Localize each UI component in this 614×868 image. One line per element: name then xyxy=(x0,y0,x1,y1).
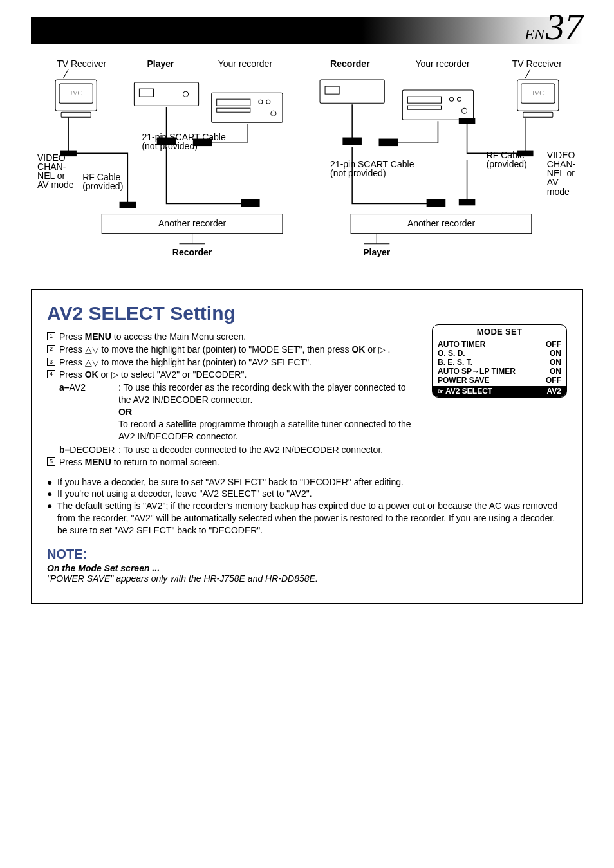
svg-point-7 xyxy=(183,91,189,97)
svg-line-4 xyxy=(63,69,68,78)
step-number-icon: 1 xyxy=(47,332,55,340)
svg-rect-13 xyxy=(217,108,250,112)
osd-row: B. E. S. T.ON xyxy=(438,358,561,367)
svg-rect-40 xyxy=(460,200,475,205)
diagram-player-setup: TV Receiver Player Your recorder JVC xyxy=(31,57,302,263)
label-video-mode: VIDEO CHAN- NEL or AV mode xyxy=(37,152,74,190)
svg-rect-25 xyxy=(407,97,441,103)
bullet-item: ●If you're not using a decoder, leave "A… xyxy=(47,488,567,500)
label-scart-r: 21-pin SCART Cable (not provided) xyxy=(330,159,416,178)
pointer-icon: ☞ xyxy=(438,387,444,395)
svg-rect-8 xyxy=(212,93,283,122)
svg-line-34 xyxy=(525,69,530,78)
label-recorder-b-r: Recorder xyxy=(330,59,370,69)
section-av2-select: AV2 SELECT Setting MODE SET AUTO TIMEROF… xyxy=(31,289,583,604)
svg-rect-38 xyxy=(460,118,475,124)
osd-body: AUTO TIMEROFF O. S. D.ON B. E. S. T.ON A… xyxy=(433,338,566,397)
step-3: 3 Press △▽ to move the highlight bar (po… xyxy=(47,356,414,369)
svg-point-12 xyxy=(271,111,276,116)
diagram-left-svg: TV Receiver Player Your recorder JVC xyxy=(31,57,302,263)
svg-point-28 xyxy=(462,108,467,113)
svg-rect-23 xyxy=(325,86,339,94)
svg-rect-9 xyxy=(217,99,250,106)
svg-rect-36 xyxy=(379,139,397,145)
step-4a: a–AV2 : To use this recorder as the reco… xyxy=(59,382,414,442)
osd-panel: MODE SET AUTO TIMEROFF O. S. D.ON B. E. … xyxy=(432,324,567,398)
step-number-icon: 2 xyxy=(47,345,55,353)
step-number-icon: 5 xyxy=(47,457,55,466)
label-tv-receiver-r: TV Receiver xyxy=(512,59,562,69)
svg-point-26 xyxy=(450,97,454,101)
label-tv-receiver: TV Receiver xyxy=(57,59,106,69)
label-scart: 21-pin SCART Cable (not provided) xyxy=(142,132,228,151)
osd-row: AUTO SP→LP TIMERON xyxy=(438,367,561,376)
svg-rect-33 xyxy=(523,112,553,117)
svg-text:JVC: JVC xyxy=(70,89,82,97)
label-your-recorder: Your recorder xyxy=(218,59,273,69)
osd-row: AUTO TIMEROFF xyxy=(438,340,561,349)
step-number-icon: 3 xyxy=(47,358,55,366)
svg-rect-29 xyxy=(407,106,441,109)
svg-rect-35 xyxy=(343,138,361,144)
svg-rect-24 xyxy=(402,90,473,120)
step-number-icon: 4 xyxy=(47,370,55,378)
svg-rect-3 xyxy=(61,112,91,117)
step-4: 4 Press OK or ▷ to select "AV2" or "DECO… xyxy=(47,369,414,381)
svg-rect-6 xyxy=(139,89,153,97)
step-2: 2 Press △▽ to move the highlight bar (po… xyxy=(47,344,414,356)
header-bar: EN 37 xyxy=(31,17,583,44)
page-lang: EN xyxy=(525,26,544,43)
connection-diagrams: TV Receiver Player Your recorder JVC xyxy=(31,57,583,263)
step-1: 1 Press MENU to access the Main Menu scr… xyxy=(47,331,414,343)
note-subheading: On the Mode Set screen ... xyxy=(47,563,567,573)
steps-list: 1 Press MENU to access the Main Menu scr… xyxy=(47,331,414,468)
note-body: "POWER SAVE" appears only with the HR-J7… xyxy=(47,573,567,584)
note-heading: NOTE: xyxy=(47,547,567,562)
label-rf-r: RF Cable (provided) xyxy=(487,150,527,169)
svg-text:JVC: JVC xyxy=(532,89,544,97)
page-num-value: 37 xyxy=(546,5,583,48)
label-another-recorder: Another recorder xyxy=(158,218,227,228)
osd-selected-row: ☞AV2 SELECT AV2 xyxy=(433,386,566,397)
diagram-right-svg: Recorder Your recorder TV Receiver xyxy=(312,57,583,263)
svg-rect-39 xyxy=(427,200,445,207)
bullet-item: ●If you have a decoder, be sure to set "… xyxy=(47,476,567,488)
section-title: AV2 SELECT Setting xyxy=(47,302,567,324)
bullet-item: ●The default setting is "AV2"; if the re… xyxy=(47,500,567,537)
osd-title: MODE SET xyxy=(433,325,566,338)
label-another-recorder-r: Another recorder xyxy=(407,218,476,228)
svg-point-11 xyxy=(266,100,270,104)
svg-rect-15 xyxy=(120,203,135,208)
osd-row: O. S. D.ON xyxy=(438,349,561,358)
svg-point-10 xyxy=(259,100,263,104)
diagram-recorder-setup: Recorder Your recorder TV Receiver xyxy=(312,57,583,263)
step-4b: b–DECODER : To use a decoder connected t… xyxy=(59,444,414,456)
label-your-recorder-r: Your recorder xyxy=(415,59,470,69)
label-video-mode-r: VIDEO CHAN- NEL or AV mode xyxy=(547,150,578,196)
svg-rect-18 xyxy=(241,200,259,207)
svg-point-27 xyxy=(458,97,461,101)
notes-bullets: ●If you have a decoder, be sure to set "… xyxy=(47,476,567,537)
label-recorder-b: Recorder xyxy=(172,247,212,257)
label-player-b-r: Player xyxy=(363,247,391,257)
page-number: EN 37 xyxy=(525,5,583,48)
label-rf: RF Cable (provided) xyxy=(82,172,123,191)
osd-row: POWER SAVEOFF xyxy=(438,376,561,385)
label-player-b: Player xyxy=(147,59,174,69)
step-5: 5 Press MENU to return to normal screen. xyxy=(47,456,414,468)
